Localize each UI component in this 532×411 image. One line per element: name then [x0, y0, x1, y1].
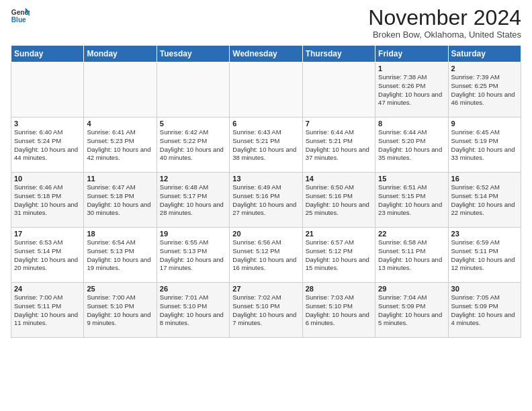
- calendar-cell: 28Sunrise: 7:03 AM Sunset: 5:10 PM Dayli…: [302, 283, 375, 338]
- calendar-cell: 1Sunrise: 7:38 AM Sunset: 6:26 PM Daylig…: [375, 62, 448, 118]
- calendar-cell: 3Sunrise: 6:40 AM Sunset: 5:24 PM Daylig…: [11, 118, 84, 173]
- day-info: Sunrise: 6:46 AM Sunset: 5:18 PM Dayligh…: [14, 183, 81, 218]
- calendar-cell: 29Sunrise: 7:04 AM Sunset: 5:09 PM Dayli…: [375, 283, 448, 338]
- day-info: Sunrise: 7:04 AM Sunset: 5:09 PM Dayligh…: [378, 293, 445, 328]
- day-info: Sunrise: 6:44 AM Sunset: 5:21 PM Dayligh…: [306, 128, 372, 163]
- col-friday: Friday: [375, 46, 448, 62]
- calendar-cell: 25Sunrise: 7:00 AM Sunset: 5:10 PM Dayli…: [84, 283, 157, 338]
- calendar-cell: 12Sunrise: 6:48 AM Sunset: 5:17 PM Dayli…: [157, 173, 229, 228]
- day-number: 5: [160, 120, 226, 128]
- logo-icon: General Blue: [11, 7, 30, 26]
- calendar-cell: 15Sunrise: 6:51 AM Sunset: 5:15 PM Dayli…: [375, 173, 448, 228]
- calendar-cell: [302, 62, 375, 118]
- day-info: Sunrise: 6:44 AM Sunset: 5:20 PM Dayligh…: [378, 128, 445, 163]
- day-info: Sunrise: 6:43 AM Sunset: 5:21 PM Dayligh…: [232, 128, 299, 163]
- day-number: 24: [14, 285, 81, 293]
- day-number: 6: [232, 120, 299, 128]
- day-info: Sunrise: 6:52 AM Sunset: 5:14 PM Dayligh…: [451, 183, 518, 218]
- calendar-cell: 13Sunrise: 6:49 AM Sunset: 5:16 PM Dayli…: [230, 173, 302, 228]
- day-info: Sunrise: 6:54 AM Sunset: 5:13 PM Dayligh…: [87, 238, 153, 273]
- day-number: 15: [378, 175, 445, 183]
- calendar-cell: 9Sunrise: 6:45 AM Sunset: 5:19 PM Daylig…: [448, 118, 521, 173]
- calendar-cell: 6Sunrise: 6:43 AM Sunset: 5:21 PM Daylig…: [230, 118, 302, 173]
- day-info: Sunrise: 6:59 AM Sunset: 5:11 PM Dayligh…: [451, 238, 518, 273]
- calendar-week-4: 24Sunrise: 7:00 AM Sunset: 5:11 PM Dayli…: [11, 283, 521, 338]
- day-info: Sunrise: 6:56 AM Sunset: 5:12 PM Dayligh…: [232, 238, 299, 273]
- month-title: November 2024: [368, 7, 521, 28]
- calendar-cell: 27Sunrise: 7:02 AM Sunset: 5:10 PM Dayli…: [230, 283, 302, 338]
- day-number: 23: [451, 230, 518, 238]
- col-saturday: Saturday: [448, 46, 521, 62]
- day-number: 20: [232, 230, 299, 238]
- calendar-cell: 11Sunrise: 6:47 AM Sunset: 5:18 PM Dayli…: [84, 173, 157, 228]
- day-number: 26: [160, 285, 226, 293]
- day-info: Sunrise: 6:45 AM Sunset: 5:19 PM Dayligh…: [451, 128, 518, 163]
- day-info: Sunrise: 6:53 AM Sunset: 5:14 PM Dayligh…: [14, 238, 81, 273]
- logo: General Blue: [11, 7, 30, 26]
- day-number: 10: [14, 175, 81, 183]
- calendar-cell: 2Sunrise: 7:39 AM Sunset: 6:25 PM Daylig…: [448, 62, 521, 118]
- day-info: Sunrise: 7:39 AM Sunset: 6:25 PM Dayligh…: [451, 73, 518, 107]
- calendar-cell: [11, 62, 84, 118]
- day-number: 30: [451, 285, 518, 293]
- calendar-cell: 7Sunrise: 6:44 AM Sunset: 5:21 PM Daylig…: [302, 118, 375, 173]
- subtitle: Broken Bow, Oklahoma, United States: [368, 30, 521, 40]
- calendar-header: Sunday Monday Tuesday Wednesday Thursday…: [11, 46, 521, 62]
- day-info: Sunrise: 7:05 AM Sunset: 5:09 PM Dayligh…: [451, 293, 518, 328]
- day-number: 27: [232, 285, 299, 293]
- day-info: Sunrise: 6:55 AM Sunset: 5:13 PM Dayligh…: [160, 238, 226, 273]
- calendar: Sunday Monday Tuesday Wednesday Thursday…: [11, 45, 521, 338]
- day-info: Sunrise: 6:42 AM Sunset: 5:22 PM Dayligh…: [160, 128, 226, 163]
- day-info: Sunrise: 6:58 AM Sunset: 5:11 PM Dayligh…: [378, 238, 445, 273]
- day-info: Sunrise: 6:41 AM Sunset: 5:23 PM Dayligh…: [87, 128, 153, 163]
- calendar-cell: 17Sunrise: 6:53 AM Sunset: 5:14 PM Dayli…: [11, 228, 84, 283]
- day-number: 9: [451, 120, 518, 128]
- col-tuesday: Tuesday: [157, 46, 229, 62]
- day-number: 25: [87, 285, 153, 293]
- day-number: 19: [160, 230, 226, 238]
- header-row: Sunday Monday Tuesday Wednesday Thursday…: [11, 46, 521, 62]
- day-info: Sunrise: 6:40 AM Sunset: 5:24 PM Dayligh…: [14, 128, 81, 163]
- day-number: 14: [306, 175, 372, 183]
- day-info: Sunrise: 6:47 AM Sunset: 5:18 PM Dayligh…: [87, 183, 153, 218]
- day-info: Sunrise: 7:03 AM Sunset: 5:10 PM Dayligh…: [306, 293, 372, 328]
- day-number: 1: [378, 64, 445, 73]
- day-number: 2: [451, 64, 518, 73]
- page: General Blue November 2024 Broken Bow, O…: [0, 0, 532, 345]
- day-info: Sunrise: 7:02 AM Sunset: 5:10 PM Dayligh…: [232, 293, 299, 328]
- calendar-cell: 5Sunrise: 6:42 AM Sunset: 5:22 PM Daylig…: [157, 118, 229, 173]
- calendar-cell: [84, 62, 157, 118]
- day-number: 8: [378, 120, 445, 128]
- calendar-cell: [230, 62, 302, 118]
- calendar-cell: [157, 62, 229, 118]
- calendar-cell: 30Sunrise: 7:05 AM Sunset: 5:09 PM Dayli…: [448, 283, 521, 338]
- calendar-cell: 23Sunrise: 6:59 AM Sunset: 5:11 PM Dayli…: [448, 228, 521, 283]
- day-number: 11: [87, 175, 153, 183]
- calendar-cell: 21Sunrise: 6:57 AM Sunset: 5:12 PM Dayli…: [302, 228, 375, 283]
- day-number: 7: [306, 120, 372, 128]
- calendar-cell: 19Sunrise: 6:55 AM Sunset: 5:13 PM Dayli…: [157, 228, 229, 283]
- day-number: 17: [14, 230, 81, 238]
- day-info: Sunrise: 7:01 AM Sunset: 5:10 PM Dayligh…: [160, 293, 226, 328]
- header: General Blue November 2024 Broken Bow, O…: [11, 7, 521, 40]
- col-monday: Monday: [84, 46, 157, 62]
- day-number: 28: [306, 285, 372, 293]
- calendar-cell: 24Sunrise: 7:00 AM Sunset: 5:11 PM Dayli…: [11, 283, 84, 338]
- calendar-cell: 26Sunrise: 7:01 AM Sunset: 5:10 PM Dayli…: [157, 283, 229, 338]
- day-info: Sunrise: 6:57 AM Sunset: 5:12 PM Dayligh…: [306, 238, 372, 273]
- calendar-cell: 16Sunrise: 6:52 AM Sunset: 5:14 PM Dayli…: [448, 173, 521, 228]
- calendar-cell: 20Sunrise: 6:56 AM Sunset: 5:12 PM Dayli…: [230, 228, 302, 283]
- day-number: 18: [87, 230, 153, 238]
- col-thursday: Thursday: [302, 46, 375, 62]
- day-info: Sunrise: 6:49 AM Sunset: 5:16 PM Dayligh…: [232, 183, 299, 218]
- calendar-cell: 10Sunrise: 6:46 AM Sunset: 5:18 PM Dayli…: [11, 173, 84, 228]
- day-number: 3: [14, 120, 81, 128]
- svg-text:Blue: Blue: [11, 16, 26, 24]
- day-info: Sunrise: 7:00 AM Sunset: 5:11 PM Dayligh…: [14, 293, 81, 328]
- calendar-cell: 14Sunrise: 6:50 AM Sunset: 5:16 PM Dayli…: [302, 173, 375, 228]
- day-number: 29: [378, 285, 445, 293]
- calendar-week-1: 3Sunrise: 6:40 AM Sunset: 5:24 PM Daylig…: [11, 118, 521, 173]
- day-info: Sunrise: 6:48 AM Sunset: 5:17 PM Dayligh…: [160, 183, 226, 218]
- calendar-cell: 4Sunrise: 6:41 AM Sunset: 5:23 PM Daylig…: [84, 118, 157, 173]
- calendar-cell: 18Sunrise: 6:54 AM Sunset: 5:13 PM Dayli…: [84, 228, 157, 283]
